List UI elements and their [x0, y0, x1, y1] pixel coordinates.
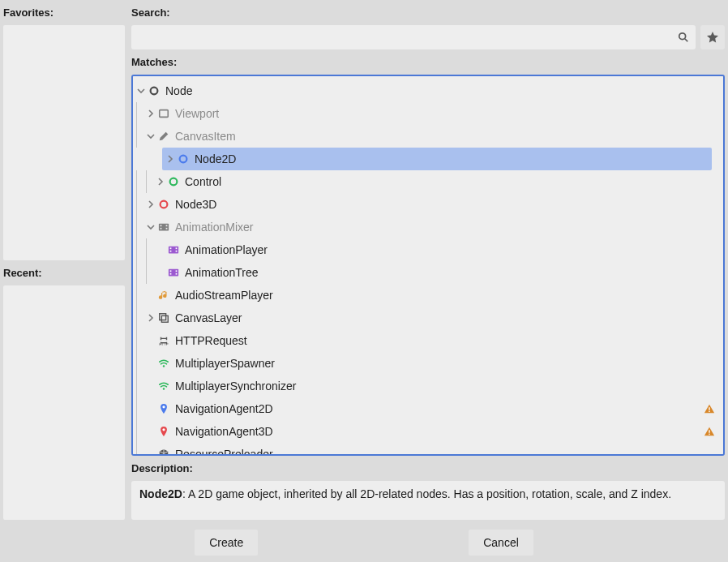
tree-item-label: MultiplayerSynchronizer	[175, 380, 296, 393]
svg-rect-8	[161, 225, 162, 226]
svg-rect-3	[160, 110, 169, 118]
wifi-green-icon	[157, 357, 170, 370]
anim-purple-icon	[167, 243, 180, 256]
expand-toggle[interactable]	[146, 222, 156, 232]
svg-text:HTTP: HTTP	[159, 342, 168, 346]
recent-label: Recent:	[3, 264, 125, 282]
expand-toggle[interactable]	[146, 131, 156, 141]
svg-rect-21	[176, 273, 178, 275]
svg-point-30	[162, 428, 165, 431]
description-selected-name: Node2D	[139, 487, 182, 500]
svg-line-1	[685, 39, 688, 42]
tree-item-httprequest[interactable]: HTTPHTTPRequest	[133, 329, 723, 352]
svg-rect-10	[166, 225, 168, 226]
svg-rect-17	[169, 269, 178, 277]
tree-item-label: AnimationPlayer	[185, 243, 268, 256]
tree-item-label: ResourcePreloader	[175, 448, 273, 456]
tree-item-label: HTTPRequest	[175, 334, 247, 347]
tree-item-multiplayerspawner[interactable]: MultiplayerSpawner	[133, 352, 723, 375]
svg-rect-20	[176, 270, 178, 272]
ring-green-icon	[167, 175, 180, 188]
tree-item-label: NavigationAgent2D	[175, 402, 273, 415]
tree-item-navigationagent2d[interactable]: NavigationAgent2D	[133, 397, 723, 420]
matches-tree[interactable]: NodeViewportCanvasItemNode2DControlNode3…	[131, 75, 725, 456]
favorites-panel[interactable]	[3, 25, 125, 260]
description-label: Description:	[131, 459, 725, 478]
favorite-toggle-button[interactable]	[700, 25, 725, 49]
cube-icon	[157, 448, 170, 456]
canvaslayer-icon	[157, 311, 170, 324]
svg-rect-31	[709, 430, 709, 433]
tree-item-label: Node	[165, 84, 192, 97]
ring-red-icon	[157, 198, 170, 211]
favorites-label: Favorites:	[3, 3, 125, 22]
warning-icon	[704, 426, 715, 437]
tree-item-audiostreamplayer[interactable]: AudioStreamPlayer	[133, 284, 723, 307]
svg-rect-19	[170, 273, 172, 275]
search-field-wrap[interactable]	[131, 25, 696, 49]
tree-item-node3d[interactable]: Node3D	[133, 193, 723, 216]
expand-toggle[interactable]	[136, 86, 146, 96]
svg-rect-23	[161, 315, 168, 322]
tree-item-multiplayersynchronizer[interactable]: MultiplayerSynchronizer	[133, 375, 723, 397]
svg-rect-29	[709, 411, 709, 412]
wifi-green-icon	[157, 380, 170, 393]
tree-item-label: Node2D	[195, 152, 236, 165]
svg-rect-32	[709, 434, 709, 435]
svg-rect-14	[170, 251, 172, 252]
ring-blue-icon	[177, 152, 190, 165]
svg-point-0	[679, 33, 686, 40]
create-button[interactable]: Create	[195, 530, 258, 556]
anim-gray-icon	[157, 221, 170, 234]
tree-item-navigationagent3d[interactable]: NavigationAgent3D	[133, 420, 723, 443]
anim-purple-icon	[167, 266, 180, 279]
audio-icon	[157, 289, 170, 302]
tree-item-viewport[interactable]: Viewport	[133, 102, 723, 125]
svg-rect-15	[176, 247, 178, 249]
expand-toggle[interactable]	[146, 313, 156, 323]
tree-item-label: Node3D	[175, 198, 216, 211]
svg-rect-9	[161, 228, 162, 230]
svg-point-4	[180, 156, 187, 163]
expand-toggle[interactable]	[156, 177, 165, 187]
tree-item-label: AnimationMixer	[175, 221, 253, 234]
tree-item-label: Viewport	[175, 107, 219, 120]
svg-point-5	[170, 178, 178, 186]
tree-item-node[interactable]: Node	[133, 79, 723, 102]
pencil-icon	[157, 130, 170, 143]
warning-icon	[704, 403, 715, 414]
pin-red-icon	[157, 425, 170, 438]
tree-item-control[interactable]: Control	[133, 170, 723, 193]
svg-rect-18	[170, 270, 172, 272]
tree-item-node2d[interactable]: Node2D	[162, 148, 712, 170]
tree-item-canvasitem[interactable]: CanvasItem	[133, 125, 723, 148]
svg-rect-16	[176, 251, 178, 252]
svg-rect-22	[160, 314, 166, 320]
description-panel: Node2D: A 2D game object, inherited by a…	[131, 481, 725, 520]
ring-white-icon	[148, 84, 161, 97]
recent-panel[interactable]	[3, 285, 125, 520]
expand-toggle[interactable]	[165, 154, 175, 164]
expand-toggle[interactable]	[146, 199, 156, 209]
http-icon: HTTP	[157, 334, 170, 347]
tree-item-label: NavigationAgent3D	[175, 425, 273, 438]
svg-rect-11	[166, 228, 168, 230]
tree-item-animationtree[interactable]: AnimationTree	[133, 261, 723, 284]
tree-item-animationplayer[interactable]: AnimationPlayer	[133, 238, 723, 261]
cancel-button[interactable]: Cancel	[469, 530, 533, 556]
svg-rect-12	[169, 247, 178, 254]
description-text: : A 2D game object, inherited by all 2D-…	[182, 487, 671, 500]
tree-item-animationmixer[interactable]: AnimationMixer	[133, 216, 723, 238]
svg-rect-13	[170, 247, 172, 249]
search-input[interactable]	[138, 31, 678, 44]
viewport-icon	[157, 107, 170, 120]
svg-point-26	[163, 388, 165, 389]
tree-item-resourcepreloader[interactable]: ResourcePreloader	[133, 443, 723, 456]
expand-toggle[interactable]	[146, 109, 156, 118]
tree-item-canvaslayer[interactable]: CanvasLayer	[133, 307, 723, 329]
svg-point-6	[161, 201, 168, 208]
search-icon	[678, 32, 689, 43]
tree-item-label: AudioStreamPlayer	[175, 289, 273, 302]
tree-item-label: CanvasLayer	[175, 311, 242, 324]
svg-rect-7	[159, 224, 169, 231]
